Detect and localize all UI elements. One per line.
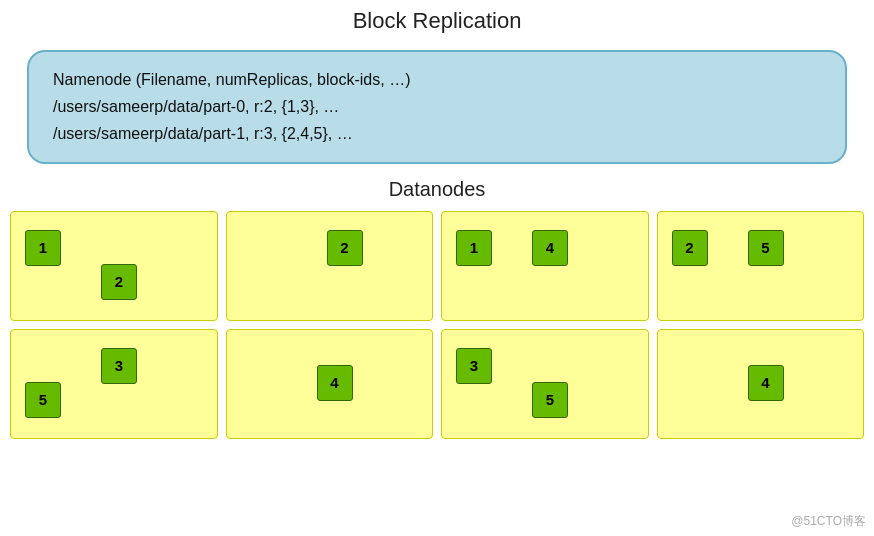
namenode-line-1: Namenode (Filename, numReplicas, block-i…	[53, 71, 410, 88]
watermark: @51CTO博客	[791, 513, 866, 530]
block-1-in-dn1: 1	[25, 230, 61, 266]
block-4-in-dn8: 4	[748, 365, 784, 401]
block-5-in-dn7: 5	[532, 382, 568, 418]
block-1-in-dn3: 1	[456, 230, 492, 266]
namenode-line-3: /users/sameerp/data/part-1, r:3, {2,4,5}…	[53, 125, 353, 142]
block-4-in-dn3: 4	[532, 230, 568, 266]
datanodes-label: Datanodes	[0, 178, 874, 201]
datanode-cell-3: 14	[441, 211, 649, 321]
block-2-in-dn2: 2	[327, 230, 363, 266]
namenode-box: Namenode (Filename, numReplicas, block-i…	[27, 50, 847, 164]
block-3-in-dn5: 3	[101, 348, 137, 384]
block-5-in-dn5: 5	[25, 382, 61, 418]
block-3-in-dn7: 3	[456, 348, 492, 384]
block-2-in-dn4: 2	[672, 230, 708, 266]
datanode-cell-8: 4	[657, 329, 865, 439]
datanode-cell-4: 25	[657, 211, 865, 321]
datanode-cell-1: 12	[10, 211, 218, 321]
datanode-cell-2: 2	[226, 211, 434, 321]
block-2-in-dn1: 2	[101, 264, 137, 300]
block-4-in-dn6: 4	[317, 365, 353, 401]
datanode-grid: 1221425534354	[10, 211, 864, 439]
datanode-cell-5: 53	[10, 329, 218, 439]
datanode-cell-7: 35	[441, 329, 649, 439]
block-5-in-dn4: 5	[748, 230, 784, 266]
datanode-cell-6: 4	[226, 329, 434, 439]
page-title: Block Replication	[0, 0, 874, 42]
namenode-line-2: /users/sameerp/data/part-0, r:2, {1,3}, …	[53, 98, 339, 115]
